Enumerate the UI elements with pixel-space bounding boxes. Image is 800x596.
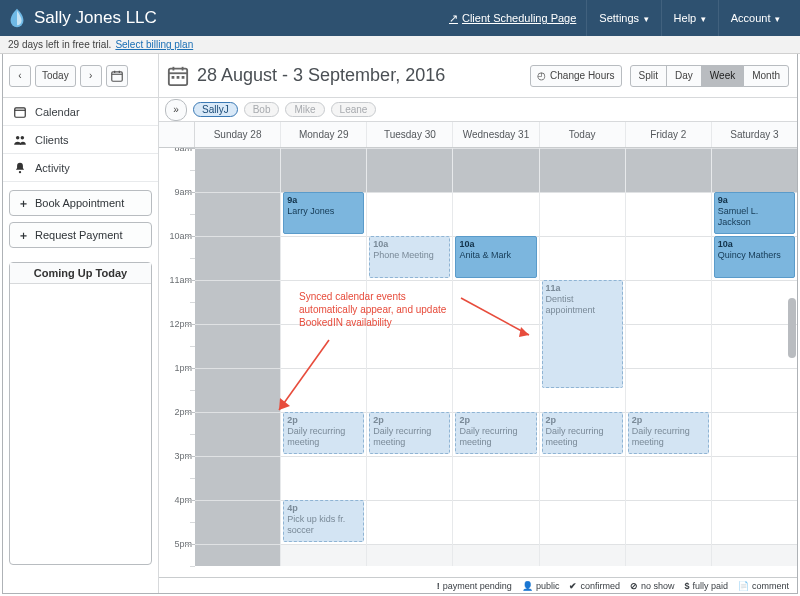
next-button[interactable]: › xyxy=(80,65,102,87)
event-title: Anita & Mark xyxy=(459,250,511,260)
change-hours-button[interactable]: ◴Change Hours xyxy=(530,65,621,87)
event-title: Dentist appointment xyxy=(546,294,596,315)
expand-calendars-button[interactable]: » xyxy=(165,99,187,121)
view-split-button[interactable]: Split xyxy=(630,65,667,87)
legend-icon: $ xyxy=(684,581,689,591)
legend-item: ⊘no show xyxy=(630,581,675,591)
day-column[interactable]: 11aDentist appointment2pDaily recurring … xyxy=(540,148,626,566)
event-time: 11a xyxy=(546,283,561,293)
svg-rect-0 xyxy=(111,71,122,80)
event-title: Daily recurring meeting xyxy=(546,426,604,447)
day-headers: Sunday 28Monday 29Tuesday 30Wednesday 31… xyxy=(159,122,797,148)
calendar-grid[interactable]: 8am9am10am11am12pm1pm2pm3pm4pm5pm 9aLarr… xyxy=(159,148,797,577)
legend-icon: ! xyxy=(437,581,440,591)
coming-up-body xyxy=(10,284,151,564)
appointment-event[interactable]: 9aLarry Jones xyxy=(283,192,364,234)
event-title: Daily recurring meeting xyxy=(632,426,690,447)
view-week-button[interactable]: Week xyxy=(701,65,744,87)
coming-up-heading: Coming Up Today xyxy=(10,263,151,284)
request-payment-button[interactable]: ＋ Request Payment xyxy=(9,222,152,248)
synced-event[interactable]: 2pDaily recurring meeting xyxy=(542,412,623,454)
synced-event[interactable]: 2pDaily recurring meeting xyxy=(369,412,450,454)
caret-down-icon: ▾ xyxy=(772,14,780,24)
sidebar-item-calendar[interactable]: Calendar xyxy=(3,98,158,126)
calendar-chip-mike[interactable]: Mike xyxy=(285,102,324,117)
event-time: 9a xyxy=(287,195,297,205)
day-column[interactable]: 9aSamuel L. Jackson10aQuincy Mathers xyxy=(712,148,797,566)
day-header: Wednesday 31 xyxy=(453,122,539,147)
event-title: Daily recurring meeting xyxy=(459,426,517,447)
calendar-chip-sallyj[interactable]: SallyJ xyxy=(193,102,238,117)
view-month-button[interactable]: Month xyxy=(743,65,789,87)
synced-event[interactable]: 4pPick up kids fr. soccer xyxy=(283,500,364,542)
today-button[interactable]: Today xyxy=(35,65,76,87)
client-scheduling-link[interactable]: ↗ Client Scheduling Page xyxy=(449,12,576,25)
prev-button[interactable]: ‹ xyxy=(9,65,31,87)
legend-icon: ⊘ xyxy=(630,581,638,591)
mini-calendar-button[interactable] xyxy=(106,65,128,87)
annotation-text: Synced calendar events automatically app… xyxy=(299,290,459,329)
calendar-chip-bob[interactable]: Bob xyxy=(244,102,280,117)
event-time: 10a xyxy=(459,239,474,249)
plus-icon: ＋ xyxy=(18,228,29,243)
day-header: Friday 2 xyxy=(626,122,712,147)
view-day-button[interactable]: Day xyxy=(666,65,702,87)
help-label: Help xyxy=(674,12,697,24)
calendar-chip-leane[interactable]: Leane xyxy=(331,102,377,117)
chevron-right-icon: › xyxy=(89,70,92,81)
external-link-icon: ↗ xyxy=(449,12,458,25)
settings-menu[interactable]: Settings ▾ xyxy=(586,0,660,36)
annotation-arrow-2 xyxy=(259,328,379,428)
day-column[interactable]: 2pDaily recurring meeting xyxy=(626,148,712,566)
event-time: 10a xyxy=(718,239,733,249)
help-menu[interactable]: Help ▾ xyxy=(661,0,718,36)
sidebar-item-label: Activity xyxy=(35,162,70,174)
time-gutter: 8am9am10am11am12pm1pm2pm3pm4pm5pm xyxy=(159,148,195,566)
sidebar-item-activity[interactable]: Activity xyxy=(3,154,158,182)
legend-icon: 👤 xyxy=(522,581,533,591)
legend-label: fully paid xyxy=(692,581,728,591)
svg-point-8 xyxy=(19,170,21,172)
date-range-heading: 28 August - 3 September, 2016 xyxy=(197,65,522,86)
synced-event[interactable]: 10aPhone Meeting xyxy=(369,236,450,278)
legend-item: ✔confirmed xyxy=(569,581,620,591)
caret-down-icon: ▾ xyxy=(641,14,649,24)
appointment-event[interactable]: 9aSamuel L. Jackson xyxy=(714,192,795,234)
change-hours-label: Change Hours xyxy=(550,70,614,81)
people-icon xyxy=(13,133,27,147)
view-switcher: SplitDayWeekMonth xyxy=(630,65,789,87)
book-appointment-button[interactable]: ＋ Book Appointment xyxy=(9,190,152,216)
chevron-right-double-icon: » xyxy=(173,104,179,115)
sidebar-item-clients[interactable]: Clients xyxy=(3,126,158,154)
svg-marker-17 xyxy=(519,327,529,337)
legend-label: confirmed xyxy=(580,581,620,591)
synced-event[interactable]: 2pDaily recurring meeting xyxy=(455,412,536,454)
synced-event[interactable]: 2pDaily recurring meeting xyxy=(628,412,709,454)
svg-rect-4 xyxy=(15,107,26,116)
appointment-event[interactable]: 10aAnita & Mark xyxy=(455,236,536,278)
svg-line-16 xyxy=(461,298,529,335)
account-menu[interactable]: Account ▾ xyxy=(718,0,792,36)
svg-line-18 xyxy=(279,340,329,410)
select-billing-link[interactable]: Select billing plan xyxy=(115,39,193,50)
scrollbar-thumb[interactable] xyxy=(788,298,796,358)
header-gutter xyxy=(159,122,195,147)
day-header: Today xyxy=(540,122,626,147)
clock-icon: ◴ xyxy=(537,70,546,81)
coming-up-panel: Coming Up Today xyxy=(9,262,152,565)
legend-item: !payment pending xyxy=(437,581,512,591)
event-time: 4p xyxy=(287,503,298,513)
app-body: ‹ Today › CalendarClientsActivity ＋ Book… xyxy=(2,54,798,594)
request-label: Request Payment xyxy=(35,229,122,241)
settings-label: Settings xyxy=(599,12,639,24)
day-header: Tuesday 30 xyxy=(367,122,453,147)
sidebar-item-label: Clients xyxy=(35,134,69,146)
event-time: 2p xyxy=(546,415,557,425)
synced-event[interactable]: 11aDentist appointment xyxy=(542,280,623,388)
appointment-event[interactable]: 10aQuincy Mathers xyxy=(714,236,795,278)
company-name: Sally Jones LLC xyxy=(34,8,157,28)
bell-icon xyxy=(13,161,27,175)
trial-text: 29 days left in free trial. xyxy=(8,39,111,50)
event-title: Samuel L. Jackson xyxy=(718,206,759,227)
legend-icon: ✔ xyxy=(569,581,577,591)
